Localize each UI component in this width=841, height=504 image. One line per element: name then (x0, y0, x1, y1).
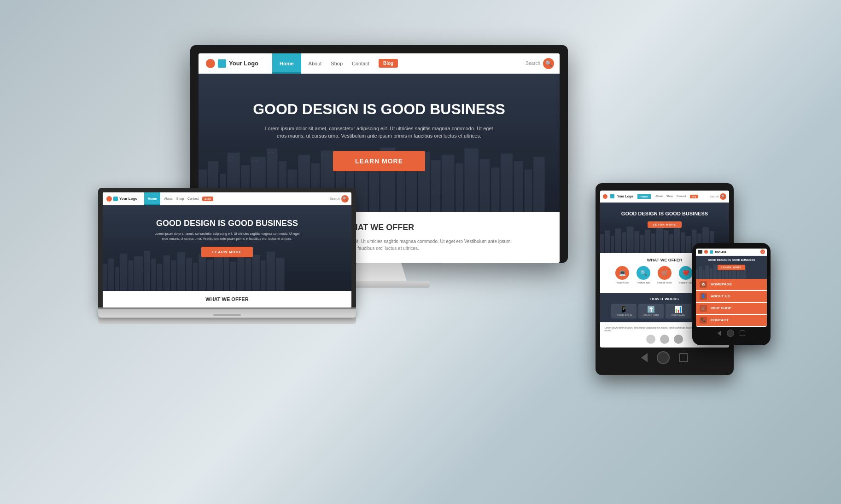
tablet-nav-links: About Shop Contact Blog (653, 195, 701, 198)
svg-rect-39 (103, 264, 107, 290)
tablet-apps-icon[interactable] (679, 353, 688, 362)
svg-rect-76 (669, 234, 673, 253)
laptop-device: Your Logo Home About Shop Contact Blog S… (98, 188, 356, 324)
laptop-search-label: Search (330, 197, 340, 200)
tablet-step-2: ⬆️ UPLOAD HERE (638, 304, 664, 319)
mobile-apps-icon[interactable] (740, 330, 745, 336)
svg-rect-53 (199, 255, 206, 291)
tablet-offer-icon-1: 💻 (615, 266, 629, 280)
svg-rect-69 (627, 226, 634, 253)
svg-rect-68 (622, 232, 626, 253)
tablet-nav-blog[interactable]: Blog (690, 195, 698, 198)
laptop-nav-blog[interactable]: Blog (202, 197, 213, 201)
mobile-menu-list: 🏠 HOMEPAGE 👤 ABOUT US 🛒 VISIT SHOP 📞 CON… (696, 279, 767, 326)
tablet-search-label: Search (710, 195, 718, 198)
mobile-homepage-icon: 🏠 (700, 281, 707, 288)
svg-rect-96 (741, 269, 743, 279)
mobile-device: Your Logo ↗ (692, 243, 771, 345)
laptop-logo-circle-icon (106, 196, 112, 202)
tablet-navbar: Your Logo Home About Shop Contact Blog S… (600, 191, 729, 203)
svg-rect-56 (224, 256, 229, 291)
tablet-step-3-label: INFOGRAPH (667, 314, 689, 317)
desktop-logo-text: Your Logo (229, 60, 258, 67)
svg-rect-49 (171, 261, 176, 291)
mobile-outer: Your Logo ↗ (692, 243, 771, 345)
mobile-search-icon[interactable]: ↗ (760, 249, 765, 254)
tablet-home-button[interactable] (657, 351, 670, 364)
tablet-back-icon[interactable] (641, 353, 648, 362)
tablet-step-1-icon: 📱 (613, 306, 635, 313)
laptop-hero-content: GOOD DESIGN IS GOOD BUSINESS Lorem ipsum… (108, 214, 346, 258)
laptop-search-icon[interactable]: 🔍 (341, 195, 349, 203)
mobile-menu-item-contact[interactable]: 📞 CONTACT (696, 315, 767, 326)
laptop-nav-shop[interactable]: Shop (176, 197, 184, 200)
svg-rect-64 (600, 234, 604, 253)
desktop-nav-links: About Shop Contact Blog (301, 53, 520, 74)
svg-rect-71 (640, 235, 644, 253)
mobile-top-bar: Your Logo ↗ (696, 249, 767, 256)
mobile-menu-homepage-label: HOMEPAGE (711, 282, 732, 286)
desktop-learn-more-button[interactable]: LEARN MORE (333, 151, 425, 171)
svg-rect-50 (177, 252, 185, 290)
tablet-offer-item-3: 🛒 Feature Three (655, 266, 674, 284)
mobile-menu-item-homepage[interactable]: 🏠 HOMEPAGE (696, 279, 767, 290)
search-icon[interactable]: 🔍 (543, 58, 554, 69)
tablet-step-2-icon: ⬆️ (640, 306, 662, 313)
svg-rect-47 (157, 264, 163, 290)
desktop-nav-search: Search 🔍 (520, 53, 560, 74)
svg-rect-62 (267, 252, 275, 291)
desktop-nav-home[interactable]: Home (272, 53, 301, 74)
mobile-shop-icon: 🛒 (700, 305, 707, 312)
svg-rect-57 (230, 262, 236, 291)
laptop-logo-area: Your Logo (103, 192, 144, 205)
mobile-contact-icon: 📞 (700, 317, 707, 324)
mobile-menu-icon[interactable] (698, 250, 702, 254)
mobile-back-icon[interactable] (718, 330, 721, 336)
svg-rect-78 (681, 232, 685, 253)
svg-rect-74 (656, 226, 663, 253)
desktop-nav-contact[interactable]: Contact (352, 61, 369, 66)
laptop-bottom (98, 318, 356, 324)
svg-rect-84 (696, 269, 698, 279)
svg-rect-40 (108, 259, 114, 290)
desktop-search-label: Search (526, 61, 540, 66)
tablet-home-bar (600, 348, 729, 368)
desktop-nav-about[interactable]: About (309, 61, 322, 66)
desktop-nav-blog[interactable]: Blog (379, 59, 398, 68)
svg-rect-48 (164, 255, 170, 291)
desktop-nav-shop[interactable]: Shop (331, 61, 343, 66)
svg-rect-86 (703, 270, 705, 279)
desktop-hero-content: GOOD DESIGN IS GOOD BUSINESS Lorem ipsum… (208, 92, 550, 171)
tablet-offer-label-1: Feature One (613, 281, 631, 284)
svg-rect-44 (134, 256, 143, 291)
desktop-stand (351, 263, 407, 281)
tablet-nav-contact[interactable]: Contact (677, 195, 686, 198)
laptop-nav-contact[interactable]: Contact (187, 197, 199, 200)
laptop-learn-more-button[interactable]: LEARN MORE (201, 247, 253, 257)
mobile-learn-more-button[interactable]: LEARN MORE (718, 265, 745, 270)
tablet-nav-about[interactable]: About (655, 195, 663, 198)
svg-rect-25 (491, 167, 499, 211)
laptop-nav-about[interactable]: About (164, 197, 172, 200)
tablet-nav-shop[interactable]: Shop (666, 195, 673, 198)
laptop-logo-square-icon (113, 197, 118, 201)
svg-rect-66 (611, 236, 614, 253)
mobile-home-button[interactable] (727, 330, 734, 337)
desktop-hero-title: GOOD DESIGN IS GOOD BUSINESS (208, 101, 550, 117)
svg-rect-42 (120, 254, 127, 290)
main-scene: Your Logo Home About Shop Contact Blog S… (98, 45, 743, 459)
tablet-offer-label-3: Feature Three (655, 281, 674, 284)
tablet-logo-circle-icon (603, 194, 607, 199)
tablet-search-icon[interactable]: 🔍 (720, 193, 726, 200)
tablet-learn-more-button[interactable]: LEARN MORE (648, 221, 682, 228)
tablet-logo-square-icon (610, 194, 614, 198)
tablet-step-1: 📱 LOREM IPSUM (611, 304, 637, 319)
mobile-menu-item-about[interactable]: 👤 ABOUT US (696, 291, 767, 302)
svg-rect-91 (722, 269, 724, 279)
mobile-menu-item-shop[interactable]: 🛒 VISIT SHOP (696, 303, 767, 314)
tablet-nav-home[interactable]: Home (637, 194, 651, 199)
svg-rect-75 (664, 230, 669, 253)
logo-circle-icon (206, 59, 215, 68)
laptop-nav-home[interactable]: Home (144, 192, 160, 205)
tablet-offer-label-2: Feature Two (634, 281, 653, 284)
